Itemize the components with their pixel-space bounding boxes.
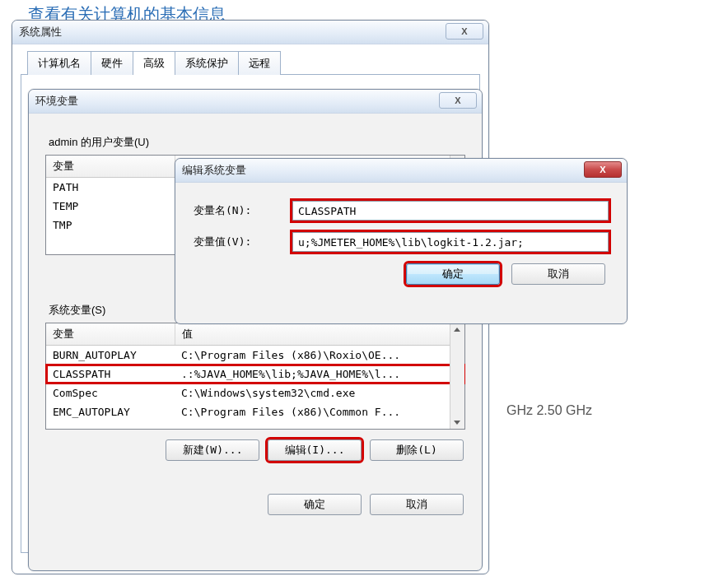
ok-button[interactable]: 确定: [268, 494, 362, 515]
var-value: C:\Program Files (x86)\Common F...: [175, 404, 460, 420]
environment-variables-titlebar[interactable]: 环境变量 X: [29, 90, 482, 114]
close-icon[interactable]: X: [439, 92, 477, 109]
variable-value-label: 变量值(V):: [194, 235, 292, 249]
table-row[interactable]: EMC_AUTOPLAY C:\Program Files (x86)\Comm…: [46, 402, 464, 421]
var-name: TEMP: [46, 198, 175, 214]
tab-computer-name[interactable]: 计算机名: [27, 51, 91, 75]
column-value[interactable]: 值: [175, 323, 464, 345]
cpu-speed-text: GHz 2.50 GHz: [506, 403, 592, 418]
var-value: C:\Program Files (x86)\Roxio\OE...: [175, 347, 460, 363]
var-value: .:%JAVA_HOME%\lib;%JAVA_HOME%\l...: [175, 366, 460, 382]
var-name: TMP: [46, 217, 175, 233]
table-row[interactable]: ComSpec C:\Windows\system32\cmd.exe: [46, 383, 464, 402]
system-variables-buttons: 新建(W)... 编辑(I)... 删除(L): [40, 439, 464, 461]
variable-name-input[interactable]: CLASSPATH: [292, 201, 609, 221]
edit-button[interactable]: 编辑(I)...: [268, 439, 362, 461]
var-name: CLASSPATH: [46, 366, 175, 382]
system-properties-title: 系统属性: [19, 25, 62, 40]
tab-system-protection[interactable]: 系统保护: [175, 51, 239, 75]
scrollbar[interactable]: [450, 323, 464, 429]
delete-button[interactable]: 删除(L): [370, 439, 464, 461]
tab-hardware[interactable]: 硬件: [91, 51, 133, 75]
edit-dialog-titlebar[interactable]: 编辑系统变量 X: [175, 159, 627, 183]
close-icon[interactable]: X: [584, 161, 622, 178]
edit-system-variable-dialog: 编辑系统变量 X 变量名(N): CLASSPATH 变量值(V): u;%JM…: [175, 158, 628, 324]
table-row[interactable]: BURN_AUTOPLAY C:\Program Files (x86)\Rox…: [46, 346, 464, 365]
variable-name-label: 变量名(N):: [194, 203, 292, 218]
sys-list-header: 变量 值: [46, 323, 464, 346]
var-name: BURN_AUTOPLAY: [46, 347, 175, 363]
edit-dialog-title: 编辑系统变量: [182, 163, 246, 178]
tab-remote[interactable]: 远程: [238, 51, 281, 75]
tab-advanced[interactable]: 高级: [133, 51, 175, 75]
system-properties-tabs: 计算机名 硬件 高级 系统保护 远程: [27, 51, 488, 75]
system-properties-titlebar[interactable]: 系统属性 X: [12, 21, 488, 44]
user-variables-label: admin 的用户变量(U): [49, 135, 470, 150]
cancel-button[interactable]: 取消: [511, 263, 605, 285]
environment-variables-title: 环境变量: [35, 94, 78, 109]
var-value: C:\Windows\system32\cmd.exe: [175, 385, 460, 401]
envvars-dialog-buttons: 确定 取消: [40, 494, 464, 515]
var-name: PATH: [46, 179, 175, 195]
column-variable[interactable]: 变量: [46, 156, 175, 177]
var-name: ComSpec: [46, 385, 175, 401]
system-variables-list[interactable]: 变量 值 BURN_AUTOPLAY C:\Program Files (x86…: [45, 323, 465, 430]
close-icon[interactable]: X: [446, 23, 483, 40]
variable-value-input[interactable]: u;%JMETER_HOME%\lib\logkit-1.2.jar;: [292, 232, 609, 252]
cancel-button[interactable]: 取消: [370, 494, 464, 515]
ok-button[interactable]: 确定: [406, 263, 500, 285]
table-row-classpath[interactable]: CLASSPATH .:%JAVA_HOME%\lib;%JAVA_HOME%\…: [46, 365, 464, 383]
var-name: EMC_AUTOPLAY: [46, 404, 175, 420]
column-variable[interactable]: 变量: [46, 323, 175, 345]
new-button[interactable]: 新建(W)...: [166, 439, 259, 461]
